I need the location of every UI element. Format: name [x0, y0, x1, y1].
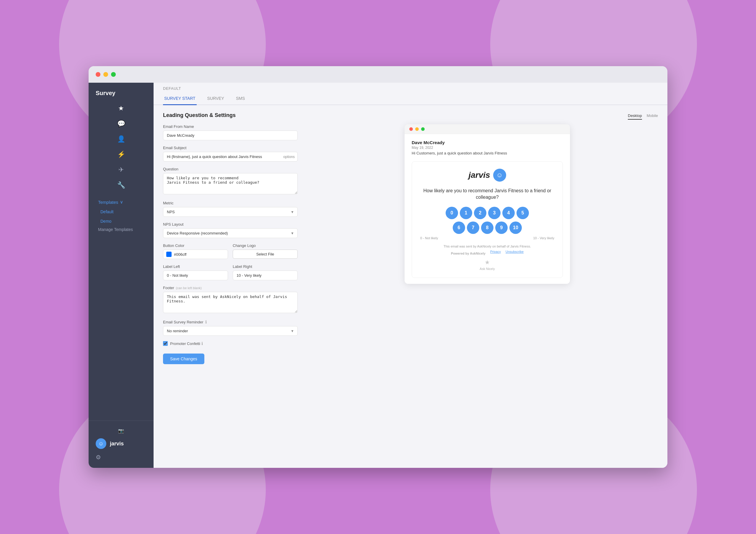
desktop-toggle[interactable]: Desktop	[628, 112, 642, 120]
email-subject-group: Email Subject options	[163, 146, 298, 162]
app-body: Survey ★ 💬 👤 ⚡ ✈ 🔧 Templates ∨ Default	[89, 83, 667, 468]
tab-survey-start[interactable]: SURVEY START	[163, 93, 197, 105]
help-icon[interactable]: 📷	[89, 426, 153, 436]
section-title: Leading Question & Settings	[163, 112, 298, 119]
nps-btn-7[interactable]: 7	[467, 222, 479, 234]
content-header: DEFAULT	[153, 83, 667, 91]
label-left-input[interactable]	[163, 271, 228, 280]
default-label: DEFAULT	[163, 86, 181, 91]
nps-layout-select-wrapper: Device Responsive (recommended) Classic …	[163, 228, 298, 238]
sidebar-top: Survey ★ 💬 👤 ⚡ ✈ 🔧 Templates ∨ Default	[89, 85, 153, 421]
close-button[interactable]	[96, 72, 100, 77]
nps-layout-group: NPS Layout Device Responsive (recommende…	[163, 222, 298, 238]
metric-select-wrapper: NPS CSAT CES ▼	[163, 207, 298, 217]
nps-btn-5[interactable]: 5	[517, 207, 529, 219]
button-color-label: Button Color	[163, 243, 228, 248]
ep-max-dot	[421, 127, 425, 131]
reminder-info-icon: ℹ	[205, 320, 207, 324]
email-subject-input[interactable]	[163, 152, 298, 162]
save-changes-button[interactable]: Save Changes	[163, 354, 204, 364]
question-textarea[interactable]: How likely are you to recommend Jarvis F…	[163, 173, 298, 194]
email-from-name-input[interactable]	[163, 131, 298, 140]
email-sender: Dave McCready	[412, 140, 563, 145]
email-reminder-label: Email Survey Reminder ℹ	[163, 320, 298, 324]
email-subject-options[interactable]: options	[283, 155, 295, 159]
select-file-button[interactable]: Select File	[233, 250, 298, 259]
sidebar-manage-templates[interactable]: Manage Templates	[91, 226, 151, 234]
unsubscribe-link[interactable]: Unsubscribe	[505, 250, 524, 255]
label-left-label: Label Left	[163, 264, 228, 269]
nps-btn-8[interactable]: 8	[481, 222, 494, 234]
survey-logo-icon: ☺	[493, 169, 506, 182]
email-subject-wrapper: options	[163, 152, 298, 162]
asknicely-footer: ★ Ask Nicely	[419, 259, 555, 271]
footer-group: Footer (can be left blank) This email wa…	[163, 286, 298, 314]
window-controls	[96, 72, 116, 77]
sidebar-menu: Templates ∨ Default Demo Manage Template…	[89, 195, 153, 237]
preview-toggle: Desktop Mobile	[316, 112, 658, 120]
email-footer-text: This email was sent by AskNicely on beha…	[419, 245, 555, 248]
email-subject-label: Email Subject	[163, 146, 298, 150]
nps-btn-0[interactable]: 0	[446, 207, 458, 219]
templates-label: Templates	[98, 200, 118, 205]
nps-labels: 0 - Not likely 10 - Very likely	[419, 236, 555, 240]
email-preview-body: Dave McCready May 19, 2022 Hi Customers,…	[405, 134, 570, 284]
settings-icon[interactable]: ⚙	[89, 451, 153, 463]
asknicely-label: Ask Nicely	[480, 267, 495, 271]
footer-textarea[interactable]: This email was sent by AskNicely on beha…	[163, 292, 298, 313]
nps-btn-1[interactable]: 1	[460, 207, 472, 219]
confetti-checkbox[interactable]	[163, 341, 168, 346]
label-right-input[interactable]	[233, 271, 298, 280]
form-panel: Leading Question & Settings Email From N…	[153, 105, 307, 468]
sidebar-icon-star[interactable]: ★	[114, 101, 128, 116]
survey-question: How likely are you to recommend Jarvis F…	[419, 188, 555, 201]
label-left-group: Label Left	[163, 264, 228, 280]
email-preview-titlebar	[405, 124, 570, 134]
logo-text: jarvis	[110, 441, 124, 447]
nps-btn-9[interactable]: 9	[495, 222, 508, 234]
sidebar-icon-person[interactable]: 👤	[114, 132, 128, 146]
color-logo-row: Button Color #006cff Change Logo Select …	[163, 243, 298, 264]
button-color-group: Button Color #006cff	[163, 243, 228, 259]
color-value: #006cff	[174, 252, 186, 257]
survey-logo: jarvis ☺	[419, 169, 555, 182]
nps-btn-3[interactable]: 3	[488, 207, 500, 219]
sidebar-demo-item[interactable]: Demo	[91, 217, 151, 226]
color-input-wrapper[interactable]: #006cff	[163, 250, 228, 259]
metric-select[interactable]: NPS CSAT CES	[163, 207, 298, 217]
sidebar-icon-lightning[interactable]: ⚡	[114, 147, 128, 162]
nps-label-left: 0 - Not likely	[420, 236, 438, 240]
footer-label: Footer (can be left blank)	[163, 286, 298, 290]
question-label: Question	[163, 167, 298, 171]
sidebar-logo[interactable]: ☺ jarvis	[89, 436, 153, 451]
ep-min-dot	[415, 127, 419, 131]
nps-btn-10[interactable]: 10	[509, 222, 522, 234]
email-preview-window: Dave McCready May 19, 2022 Hi Customers,…	[405, 124, 570, 284]
mobile-toggle[interactable]: Mobile	[647, 112, 658, 120]
tab-survey[interactable]: SURVEY	[206, 93, 225, 105]
sidebar-icon-tools[interactable]: 🔧	[114, 178, 128, 192]
sidebar-icon-send[interactable]: ✈	[114, 163, 128, 177]
sidebar: Survey ★ 💬 👤 ⚡ ✈ 🔧 Templates ∨ Default	[89, 83, 153, 468]
tab-sms[interactable]: SMS	[235, 93, 246, 105]
minimize-button[interactable]	[103, 72, 108, 77]
nps-layout-select[interactable]: Device Responsive (recommended) Classic	[163, 228, 298, 238]
tabs-bar: SURVEY START SURVEY SMS	[153, 93, 667, 105]
powered-by: Powered by AskNicely	[451, 252, 485, 255]
color-swatch	[166, 252, 172, 257]
sidebar-default-item[interactable]: Default	[91, 207, 151, 217]
main-content: DEFAULT SURVEY START SURVEY SMS Leading …	[153, 83, 667, 468]
title-bar	[89, 66, 667, 83]
sidebar-icon-chat[interactable]: 💬	[114, 117, 128, 131]
sidebar-templates-item[interactable]: Templates ∨	[91, 197, 151, 207]
nps-layout-label: NPS Layout	[163, 222, 298, 227]
app-window: Survey ★ 💬 👤 ⚡ ✈ 🔧 Templates ∨ Default	[89, 66, 667, 468]
maximize-button[interactable]	[111, 72, 116, 77]
nps-btn-4[interactable]: 4	[502, 207, 515, 219]
sidebar-bottom: 📷 ☺ jarvis ⚙	[89, 421, 153, 468]
reminder-select[interactable]: No reminder 1 day 3 days 7 days	[163, 326, 298, 336]
email-from-name-group: Email From Name	[163, 124, 298, 140]
nps-btn-6[interactable]: 6	[453, 222, 465, 234]
nps-btn-2[interactable]: 2	[474, 207, 486, 219]
privacy-link[interactable]: Privacy	[490, 250, 501, 255]
